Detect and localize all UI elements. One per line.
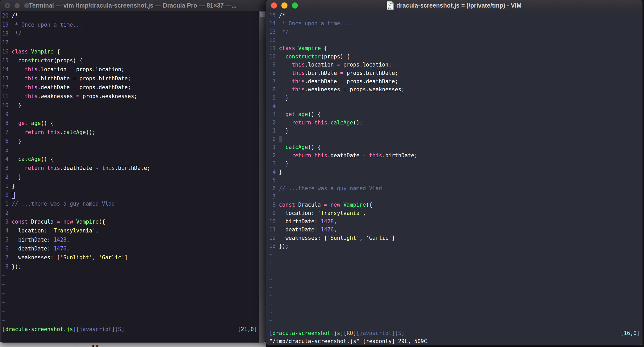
- code-token: [295, 111, 298, 117]
- tilde-row: ~: [269, 283, 642, 292]
- code-token: .deathDate: [327, 152, 363, 159]
- tilde-row: ~: [2, 280, 259, 289]
- code-token: ]: [121, 326, 124, 332]
- code-token: new: [63, 219, 73, 225]
- macvim-titlebar[interactable]: JS dracula-screenshot.js = (/private/tmp…: [266, 0, 642, 11]
- code-line: 0: [269, 135, 642, 143]
- terminal-window-title: Terminal — vim /tmp/dracula-screenshot.j…: [29, 2, 237, 9]
- code-line: 4 calcAge() {: [2, 155, 259, 164]
- code-token: this: [47, 165, 60, 171]
- line-number: 3: [269, 160, 276, 167]
- code-token: =: [343, 86, 347, 93]
- code-token: this: [314, 152, 327, 159]
- code-token: Vampire: [343, 202, 366, 208]
- code-token: () {: [41, 120, 53, 126]
- tilde-row: ~: [269, 275, 642, 283]
- code-token: ,: [360, 235, 366, 241]
- code-token: this: [292, 62, 305, 68]
- code-token: }: [12, 183, 15, 189]
- code-line: 3const Dracula = new Vampire({: [2, 217, 259, 226]
- code-token: constructor: [285, 53, 321, 60]
- code-line: 4 location: 'Transylvania',: [2, 226, 259, 235]
- code-token: this: [25, 93, 37, 99]
- line-number: 12: [2, 84, 9, 91]
- code-token: constructor: [18, 57, 54, 64]
- code-token: =: [57, 219, 60, 225]
- close-button[interactable]: [5, 3, 10, 8]
- line-number: 16: [2, 49, 9, 55]
- line-number: 6: [2, 246, 9, 252]
- code-line: 10 birthDate: 1428,: [269, 217, 642, 226]
- code-token: [279, 144, 285, 150]
- code-token: [: [621, 330, 624, 336]
- code-token: [12, 66, 25, 73]
- minimize-button[interactable]: [281, 2, 288, 9]
- code-token: (props) {: [321, 53, 350, 60]
- code-token: get: [285, 111, 295, 117]
- code-token: get: [18, 120, 28, 126]
- code-token: ][: [112, 326, 118, 332]
- code-line: 6// ...there was a guy named Vlad: [269, 184, 642, 193]
- code-token: }: [12, 138, 21, 144]
- close-button[interactable]: [271, 2, 277, 9]
- vim-buffer-left[interactable]: 20/*19 * Once upon a time...18 */1716cla…: [0, 11, 259, 343]
- code-line: 7: [269, 193, 642, 201]
- vim-buffer-right[interactable]: 15/*14 * Once upon a time...13 */1211cla…: [266, 11, 642, 345]
- line-number: 0: [269, 136, 276, 142]
- line-number: 7: [2, 254, 9, 261]
- code-token: [340, 202, 343, 208]
- code-token: [327, 202, 330, 208]
- code-token: this: [25, 66, 37, 73]
- code-token: this: [25, 84, 37, 91]
- code-token: location:: [279, 210, 318, 216]
- code-token: [366, 152, 369, 159]
- line-number: 3: [269, 111, 276, 117]
- code-token: ,: [92, 254, 99, 261]
- code-token: this: [369, 152, 382, 159]
- tilde-row: ~: [269, 291, 642, 300]
- vim-command-line: "/tmp/dracula-screenshot.js" [readonly] …: [269, 337, 642, 345]
- code-token: [279, 78, 292, 85]
- macvim-window: JS dracula-screenshot.js = (/private/tmp…: [266, 0, 642, 345]
- line-number: 11: [2, 93, 9, 99]
- code-line: 2 return this.deathDate - this.birthDate…: [269, 151, 642, 160]
- line-number: 6: [269, 86, 276, 93]
- code-line: 4: [269, 102, 642, 110]
- code-token: age: [31, 120, 41, 126]
- line-number: 9: [2, 111, 9, 117]
- code-token: }: [279, 169, 282, 175]
- zoom-button[interactable]: [292, 2, 298, 9]
- code-token: Dracula: [28, 219, 57, 225]
- terminal-scrollbar[interactable]: [259, 11, 266, 343]
- code-line: 5: [2, 146, 259, 154]
- tilde-row: ~: [2, 271, 259, 280]
- code-token: [: [238, 326, 241, 332]
- line-number: 11: [269, 226, 276, 233]
- code-token: ]: [340, 330, 343, 336]
- code-token: }: [12, 102, 21, 109]
- line-number: 2: [2, 210, 9, 216]
- code-token: .deathDate: [305, 78, 340, 85]
- code-line: 10 constructor(props) {: [269, 52, 642, 61]
- code-token: this: [47, 129, 60, 135]
- code-token: */: [12, 31, 21, 37]
- code-token: () {: [308, 111, 321, 117]
- code-token: props.location;: [340, 62, 392, 68]
- code-token: ,: [67, 246, 70, 252]
- code-token: ]: [124, 254, 128, 261]
- line-number: 7: [269, 194, 276, 200]
- split-pane-button[interactable]: [260, 12, 265, 17]
- code-token: 'Garlic': [366, 235, 392, 241]
- code-token: =: [76, 93, 79, 99]
- code-token: () {: [308, 144, 321, 150]
- zoom-button[interactable]: [24, 3, 29, 8]
- code-token: ();: [353, 119, 363, 126]
- code-token: const: [12, 219, 28, 225]
- code-token: S: [398, 330, 401, 336]
- line-number: 18: [2, 31, 9, 37]
- line-number: 14: [269, 20, 276, 27]
- terminal-titlebar[interactable]: Terminal — vim /tmp/dracula-screenshot.j…: [0, 0, 266, 11]
- minimize-button[interactable]: [14, 3, 20, 8]
- background-partial-text: H: [92, 343, 102, 347]
- line-number: 4: [269, 103, 276, 109]
